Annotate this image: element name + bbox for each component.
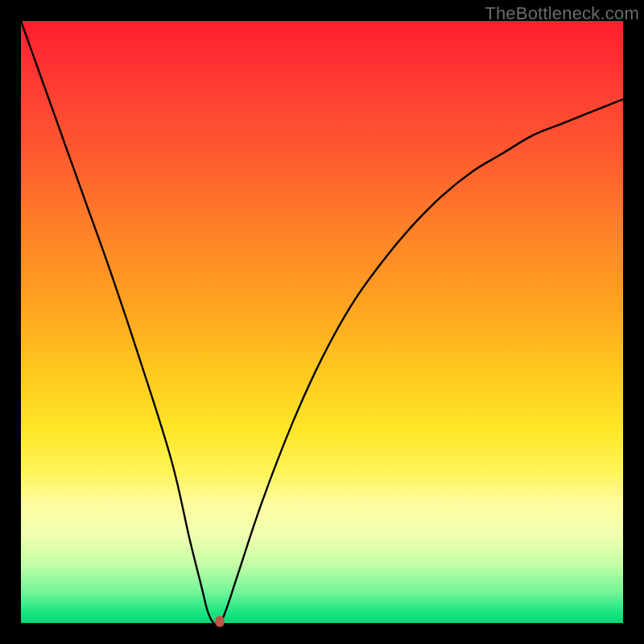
bottleneck-curve [21, 21, 623, 623]
plot-area [21, 21, 623, 623]
optimum-marker [215, 616, 225, 627]
chart-frame: TheBottleneck.com [0, 0, 644, 644]
